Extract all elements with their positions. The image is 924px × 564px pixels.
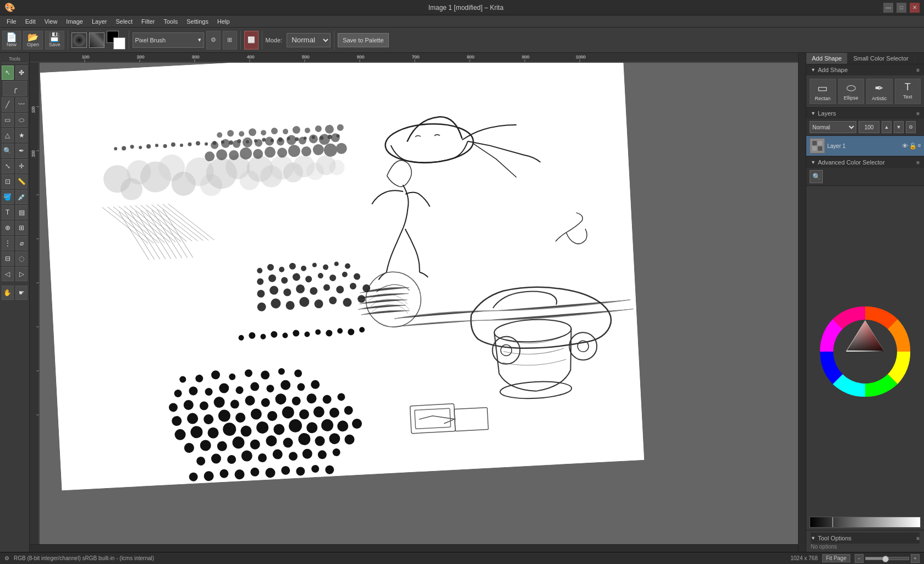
app-icon: 🎨	[4, 2, 15, 13]
layer-mode-select[interactable]: Normal Multiply Screen	[810, 121, 856, 133]
tool-assistant[interactable]: ⊞	[15, 221, 28, 235]
open-button[interactable]: 📂 Open	[23, 31, 43, 50]
tool-multibrush[interactable]: ⊕	[2, 221, 14, 235]
svg-text:100: 100	[82, 54, 90, 59]
tool-select-contiguous[interactable]: ✤	[15, 65, 28, 80]
add-shape-section: ▼ Add Shape ≡ ▭ Rectan ⬭ Ellipse ✒	[806, 64, 924, 108]
layer-item[interactable]: Layer 1 👁 🔓 α	[806, 136, 924, 156]
shape-ellipse-button[interactable]: ⬭ Ellipse	[838, 79, 865, 104]
tool-line[interactable]: ╱	[2, 97, 14, 112]
layer-lock-icon[interactable]: 🔓	[909, 143, 917, 150]
canvas-area[interactable]: 100 200 300 400 500 600 700 800 900 1000…	[30, 53, 806, 552]
save-button[interactable]: 💾 Save	[45, 31, 64, 50]
brush-preview[interactable]	[72, 32, 87, 48]
tool-row-5: 🔍 ✒	[1, 144, 28, 158]
svg-text:100: 100	[31, 106, 35, 113]
menu-layer[interactable]: Layer	[87, 17, 112, 26]
menu-edit[interactable]: Edit	[21, 17, 40, 26]
toolbar: 📄 New 📂 Open 💾 Save Pixel Brush ▾ ⚙ ⊞ ⬜ …	[0, 28, 924, 53]
close-button[interactable]: ✕	[910, 3, 920, 13]
save-palette-button[interactable]: Save to Palette	[338, 33, 389, 47]
opacity-up-button[interactable]: ▲	[882, 121, 892, 133]
horizontal-scrollbar[interactable]	[30, 544, 798, 552]
tab-small-color-selector[interactable]: Small Color Selector	[848, 53, 914, 64]
mode-select[interactable]: Normal Multiply Screen Overlay	[287, 33, 331, 47]
zoom-in-button[interactable]: +	[911, 554, 920, 563]
new-button[interactable]: 📄 New	[2, 31, 21, 50]
tool-freehand-brush[interactable]: ╭	[3, 81, 27, 96]
text-icon: T	[905, 81, 911, 93]
tool-eraser-sel[interactable]: ◌	[15, 251, 28, 266]
eraser-button[interactable]: ⬜	[244, 31, 258, 50]
mode-label: Mode:	[266, 37, 283, 43]
tool-gradient[interactable]: ▤	[15, 205, 28, 220]
tab-add-shape[interactable]: Add Shape	[806, 53, 848, 64]
tool-polygon[interactable]: △	[2, 128, 14, 143]
tool-misc1[interactable]: ◁	[2, 267, 14, 281]
background-color[interactable]	[113, 37, 125, 50]
menu-file[interactable]: File	[2, 17, 21, 26]
tool-star[interactable]: ★	[15, 128, 28, 143]
zoom-slider[interactable]	[865, 557, 909, 560]
tool-options-header[interactable]: ▼ Tool Options ≡	[811, 533, 920, 544]
menubar: File Edit View Image Layer Select Filter…	[0, 15, 924, 28]
layer-alpha-icon[interactable]: α	[918, 143, 921, 150]
tool-smart-patch[interactable]: ⌀	[15, 236, 28, 250]
tool-move[interactable]: ✛	[15, 159, 28, 173]
menu-filter[interactable]: Filter	[137, 17, 159, 26]
menu-image[interactable]: Image	[62, 17, 87, 26]
svg-text:1000: 1000	[576, 54, 586, 59]
add-shape-header[interactable]: ▼ Add Shape ≡	[806, 64, 924, 75]
tool-row-12: ⊟ ◌	[1, 251, 28, 266]
tool-hand[interactable]: ☛	[15, 286, 28, 300]
tool-brush-preset[interactable]: ⋮	[2, 236, 14, 250]
opacity-down-button[interactable]: ▼	[894, 121, 904, 133]
brush-settings-button[interactable]: ⚙	[206, 31, 221, 50]
tool-colorpicker[interactable]: 💉	[15, 190, 28, 204]
layer-visible-icon[interactable]: 👁	[902, 143, 908, 150]
tool-select[interactable]: ↖	[2, 65, 14, 80]
zoom-out-button[interactable]: −	[855, 554, 864, 563]
shape-text-button[interactable]: T Text	[895, 79, 921, 104]
menu-select[interactable]: Select	[111, 17, 137, 26]
tool-measure[interactable]: 📏	[15, 174, 28, 189]
tool-fill[interactable]: 🪣	[2, 190, 14, 204]
layer-opacity-input[interactable]	[859, 121, 879, 133]
minimize-button[interactable]: —	[883, 3, 893, 13]
ellipse-label: Ellipse	[844, 95, 859, 101]
brush-preview-2[interactable]	[89, 32, 105, 48]
tool-options-title: Tool Options	[818, 535, 851, 541]
tool-path[interactable]: ✒	[15, 144, 28, 158]
eyedropper-button[interactable]: 🔍	[810, 170, 823, 183]
fit-page-button[interactable]: Fit Page	[822, 554, 850, 562]
tool-ellipse[interactable]: ⬭	[15, 113, 28, 127]
brush-options-button[interactable]: ⊞	[223, 31, 237, 50]
tool-zoom[interactable]: 🔍	[2, 144, 14, 158]
tool-misc2[interactable]: ▷	[15, 267, 28, 281]
maximize-button[interactable]: □	[897, 3, 906, 13]
menu-view[interactable]: View	[40, 17, 62, 26]
sketch-paper	[40, 63, 644, 490]
tool-clone[interactable]: ⊟	[2, 251, 14, 266]
color-selector-header[interactable]: ▼ Advanced Color Selector ≡	[806, 157, 924, 168]
tool-row-2: ╱ 〰	[1, 97, 28, 112]
fg-bg-color-selector[interactable]	[107, 31, 125, 50]
shape-artistic-button[interactable]: ✒ Artistic	[866, 79, 893, 104]
tool-transform[interactable]: ⤡	[2, 159, 14, 173]
menu-help[interactable]: Help	[213, 17, 234, 26]
layer-settings-button[interactable]: ⚙	[906, 121, 916, 133]
menu-settings[interactable]: Settings	[182, 17, 213, 26]
tool-text[interactable]: T	[2, 205, 14, 220]
color-gradient-bar[interactable]	[810, 517, 921, 528]
layers-options-icon[interactable]: ≡	[916, 111, 920, 117]
menu-tools[interactable]: Tools	[160, 17, 183, 26]
shape-rect-button[interactable]: ▭ Rectan	[810, 79, 836, 104]
tool-pan[interactable]: ✋	[2, 286, 14, 300]
brush-selector[interactable]: Pixel Brush ▾	[133, 32, 204, 48]
vertical-scrollbar[interactable]	[798, 53, 806, 552]
color-wheel[interactable]	[818, 305, 912, 398]
tool-curve[interactable]: 〰	[15, 97, 28, 112]
tool-crop[interactable]: ⊡	[2, 174, 14, 189]
tool-rect[interactable]: ▭	[2, 113, 14, 127]
color-sel-options-icon: ≡	[916, 160, 920, 166]
